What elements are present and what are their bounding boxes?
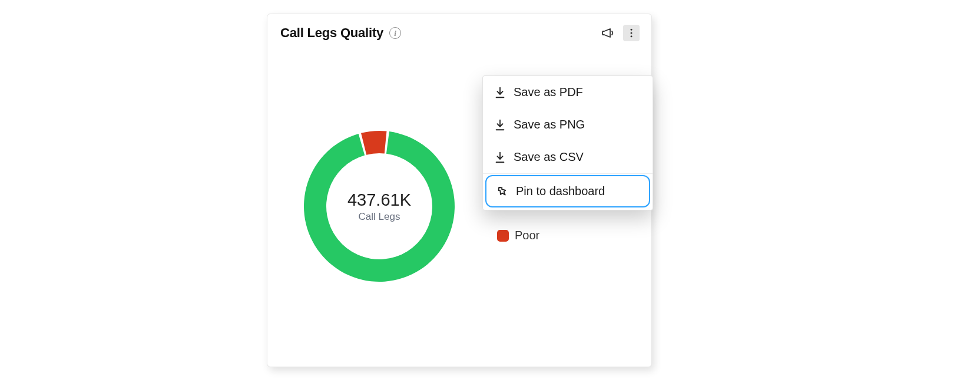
svg-point-2 <box>631 35 633 37</box>
card-header: Call Legs Quality i <box>267 14 651 41</box>
legend-swatch-poor <box>497 230 509 242</box>
call-legs-quality-card: Call Legs Quality i <box>267 14 652 367</box>
card-title: Call Legs Quality <box>280 25 383 41</box>
menu-item-label: Save as CSV <box>514 150 584 164</box>
menu-item-save_png[interactable]: Save as PNG <box>483 108 653 141</box>
donut-center-value: 437.61K <box>347 190 411 210</box>
legend-label-poor: Poor <box>515 229 539 242</box>
menu-item-pin[interactable]: Pin to dashboard <box>486 176 649 206</box>
svg-point-1 <box>631 32 633 34</box>
menu-item-save_csv[interactable]: Save as CSV <box>483 141 653 173</box>
svg-point-0 <box>631 29 633 31</box>
more-options-icon[interactable] <box>623 25 640 41</box>
announcement-icon[interactable] <box>600 25 616 41</box>
menu-item-label: Pin to dashboard <box>516 184 605 198</box>
info-icon[interactable]: i <box>389 27 401 39</box>
menu-item-label: Save as PDF <box>514 85 583 99</box>
menu-item-save_pdf[interactable]: Save as PDF <box>483 76 653 108</box>
card-actions-menu: Save as PDFSave as PNGSave as CSVPin to … <box>482 75 653 210</box>
menu-item-label: Save as PNG <box>514 118 585 131</box>
donut-segment-poor[interactable] <box>361 131 386 155</box>
chart-legend: Poor <box>497 229 539 242</box>
donut-center-label: Call Legs <box>347 211 411 223</box>
call-legs-donut-chart: 437.61K Call Legs <box>303 130 456 283</box>
